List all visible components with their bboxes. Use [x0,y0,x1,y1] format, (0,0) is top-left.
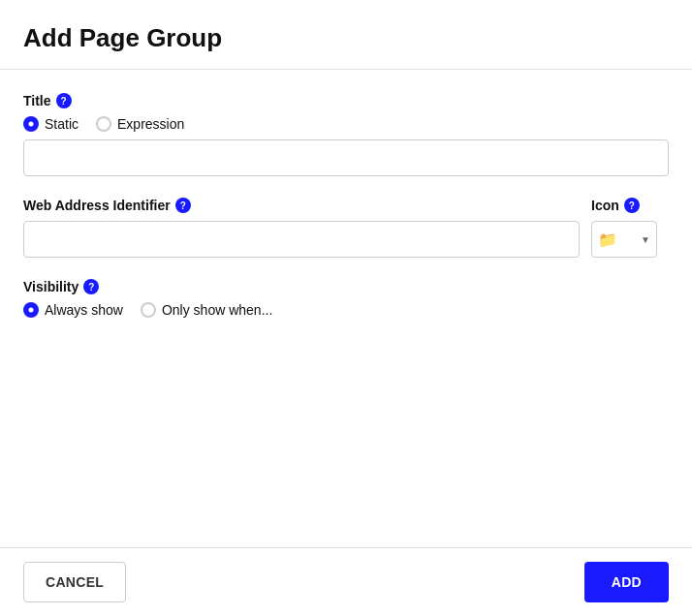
chevron-down-icon: ▼ [641,234,650,245]
visibility-always-option[interactable]: Always show [23,302,123,318]
add-button[interactable]: ADD [584,562,669,602]
cancel-button[interactable]: CANCEL [23,562,126,602]
title-static-radio[interactable] [23,116,39,132]
page-wrapper: Add Page Group Title ? Static Expression [0,0,692,616]
web-address-label: Web Address Identifier ? [23,198,580,213]
title-static-option[interactable]: Static [23,116,79,132]
title-field-group: Title ? Static Expression [23,93,669,176]
title-label: Title ? [23,93,669,108]
header: Add Page Group [0,0,692,70]
content: Title ? Static Expression Web Address Id… [0,70,692,547]
web-address-field-group: Web Address Identifier ? [23,198,580,258]
visibility-radio-group: Always show Only show when... [23,302,669,318]
visibility-conditional-radio[interactable] [141,302,156,318]
icon-label: Icon ? [591,198,669,213]
folder-icon: 📁 [598,231,617,249]
icon-picker-button[interactable]: 📁 ▼ [591,221,657,258]
visibility-always-radio[interactable] [23,302,39,318]
icon-help-icon[interactable]: ? [624,198,640,213]
title-radio-group: Static Expression [23,116,669,132]
icon-field-group: Icon ? 📁 ▼ [591,198,669,258]
web-address-help-icon[interactable]: ? [175,198,191,213]
web-address-icon-row: Web Address Identifier ? Icon ? 📁 ▼ [23,198,669,279]
visibility-help-icon[interactable]: ? [83,279,99,294]
title-expression-option[interactable]: Expression [96,116,184,132]
visibility-field-group: Visibility ? Always show Only show when.… [23,279,669,318]
title-input[interactable] [23,139,669,176]
footer: CANCEL ADD [0,547,692,616]
visibility-conditional-option[interactable]: Only show when... [141,302,272,318]
title-help-icon[interactable]: ? [56,93,72,108]
web-address-input[interactable] [23,221,580,258]
page-title: Add Page Group [23,23,669,53]
title-expression-radio[interactable] [96,116,111,132]
visibility-label: Visibility ? [23,279,669,294]
